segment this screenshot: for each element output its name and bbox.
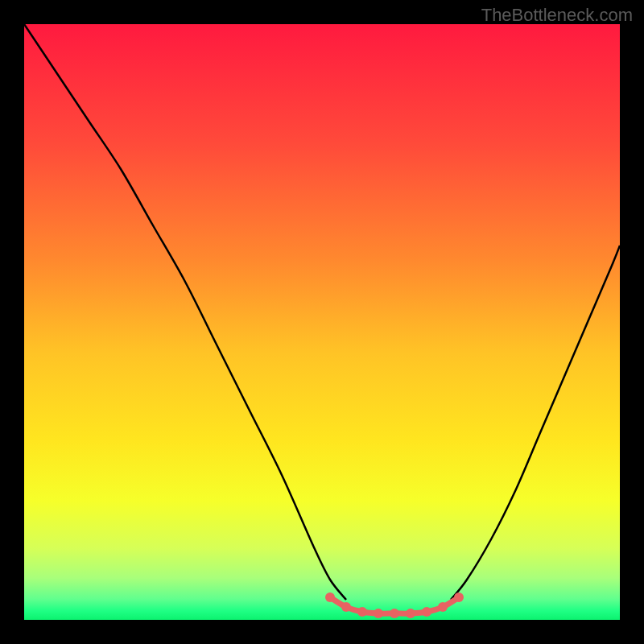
chart-frame [24, 24, 620, 620]
chart-canvas [24, 24, 620, 620]
optimal-range-point [357, 607, 367, 617]
optimal-range-point [422, 607, 431, 617]
optimal-range-point [325, 592, 335, 602]
optimal-range-point [406, 609, 415, 618]
gradient-background [24, 24, 620, 620]
optimal-range-point [454, 592, 464, 602]
optimal-range-point [341, 602, 351, 612]
watermark-text: TheBottleneck.com [481, 5, 633, 26]
optimal-range-point [390, 609, 399, 618]
optimal-range-point [374, 609, 383, 618]
optimal-range-point [438, 602, 448, 612]
